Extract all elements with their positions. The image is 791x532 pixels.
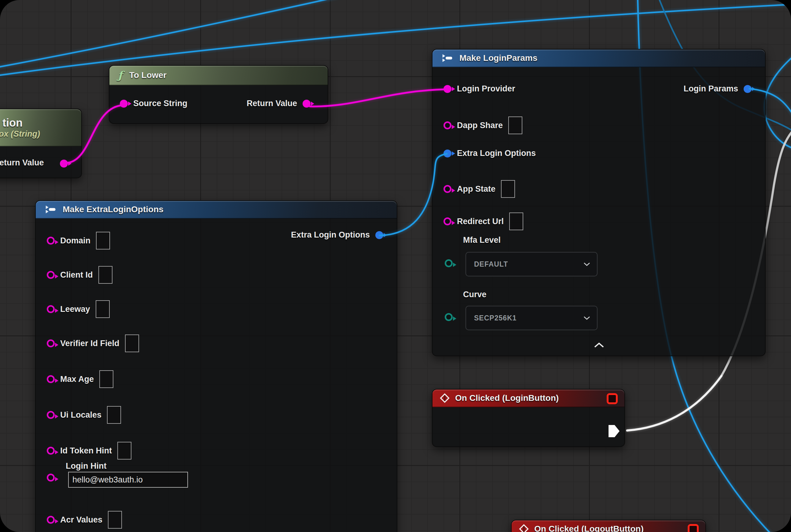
ui-locales-value-field[interactable] [107, 406, 121, 424]
login-params-out-label: Login Params [683, 84, 738, 94]
node-make-extra-login-options-title: Make ExtraLoginOptions [63, 205, 163, 214]
extra-login-options-out-label: Extra Login Options [291, 230, 370, 240]
pin-app-state[interactable] [443, 185, 451, 193]
wire-exec-from-loginbutton[interactable] [627, 376, 721, 431]
pin-id-token-hint[interactable] [47, 447, 55, 455]
app-state-label: App State [457, 184, 496, 194]
domain-label: Domain [60, 236, 91, 246]
verifier-id-field-value-field[interactable] [125, 335, 139, 352]
collapse-chevron-up-icon[interactable] [594, 342, 604, 348]
node-to-lower[interactable]: ƒ To Lower Source String Return Value [109, 65, 328, 124]
pin-extra-login-options-out[interactable] [375, 231, 383, 239]
node-partial-function-header[interactable]: tion ox (String) [0, 109, 81, 147]
domain-value-field[interactable] [96, 232, 110, 249]
node-on-clicked-login-button[interactable]: On Clicked (LoginButton) [432, 389, 625, 447]
mfa-level-value: DEFAULT [474, 260, 508, 268]
node-on-clicked-logout-button[interactable]: On Clicked (LogoutButton) [511, 520, 706, 532]
pin-extra-login-options-in[interactable] [443, 150, 451, 157]
id-token-hint-label: Id Token Hint [60, 446, 112, 456]
redirect-url-value-field[interactable] [509, 212, 523, 230]
node-on-clicked-logout-title: On Clicked (LogoutButton) [534, 524, 644, 532]
max-age-label: Max Age [60, 375, 94, 384]
event-icon [519, 524, 529, 532]
exec-pin-out[interactable] [609, 425, 619, 437]
node-partial-function[interactable]: tion ox (String) eturn Value [0, 109, 82, 178]
extra-login-options-in-label: Extra Login Options [457, 149, 536, 158]
pin-max-age[interactable] [47, 375, 55, 383]
acr-values-label: Acr Values [60, 515, 102, 525]
pin-source-string[interactable] [120, 100, 128, 108]
leeway-value-field[interactable] [96, 300, 110, 318]
curve-label: Curve [463, 290, 487, 299]
pin-login-provider[interactable] [443, 85, 451, 93]
pin-leeway[interactable] [47, 305, 55, 313]
node-make-login-params[interactable]: Make LoginParams Login Provider Dapp Sha… [432, 49, 766, 356]
curve-dropdown[interactable]: SECP256K1 [465, 306, 598, 330]
function-icon: ƒ [118, 69, 122, 81]
return-value-label: Return Value [247, 99, 297, 108]
wire-tolower-to-loginprovider[interactable] [310, 89, 446, 107]
max-age-value-field[interactable] [99, 370, 113, 388]
screenshot-frame: tion ox (String) eturn Value ƒ To Lower … [0, 0, 791, 532]
node-on-clicked-login-title: On Clicked (LoginButton) [455, 393, 559, 403]
pin-login-hint[interactable] [47, 474, 55, 481]
ui-locales-label: Ui Locales [60, 410, 101, 420]
pin-login-params-out[interactable] [744, 85, 752, 93]
node-partial-function-title: tion [2, 116, 23, 129]
node-partial-function-subtitle: ox (String) [0, 129, 40, 139]
wire-blue-diagonal-1[interactable] [0, 0, 351, 69]
node-to-lower-header[interactable]: ƒ To Lower [110, 66, 328, 85]
leeway-label: Leeway [60, 305, 90, 314]
pin-redirect-url[interactable] [443, 217, 451, 225]
event-icon [440, 393, 449, 403]
node-to-lower-title: To Lower [129, 70, 167, 80]
node-make-login-params-title: Make LoginParams [459, 53, 537, 63]
mfa-level-dropdown[interactable]: DEFAULT [465, 252, 598, 277]
pin-mfa-level[interactable] [445, 259, 453, 267]
mfa-level-label: Mfa Level [463, 235, 501, 245]
node-make-login-params-header[interactable]: Make LoginParams [432, 50, 765, 67]
redirect-url-label: Redirect Url [457, 217, 504, 226]
login-hint-label: Login Hint [66, 461, 107, 471]
blueprint-graph-canvas[interactable]: tion ox (String) eturn Value ƒ To Lower … [0, 0, 791, 532]
source-string-label: Source String [133, 99, 187, 108]
pin-acr-values[interactable] [47, 516, 55, 524]
chevron-down-icon [583, 316, 590, 320]
node-on-clicked-login-header[interactable]: On Clicked (LoginButton) [432, 390, 624, 407]
node-make-extra-login-options[interactable]: Make ExtraLoginOptions Domain Client Id … [35, 200, 397, 532]
pin-domain[interactable] [47, 236, 55, 245]
dapp-share-value-field[interactable] [508, 116, 522, 134]
pin-ui-locales[interactable] [47, 411, 55, 419]
node-make-extra-login-options-header[interactable]: Make ExtraLoginOptions [36, 201, 397, 218]
chevron-down-icon [583, 262, 590, 266]
pin-curve[interactable] [445, 313, 453, 321]
return-value-label: eturn Value [0, 158, 44, 168]
login-hint-input[interactable] [68, 472, 188, 488]
app-state-value-field[interactable] [501, 180, 515, 198]
make-struct-icon [441, 54, 453, 62]
pin-verifier-id-field[interactable] [47, 339, 55, 347]
wire-blue-edge-arc[interactable] [765, 52, 791, 150]
make-struct-icon [44, 205, 57, 214]
pin-client-id[interactable] [47, 271, 55, 279]
event-bind-icon[interactable] [688, 524, 699, 532]
client-id-label: Client Id [60, 270, 93, 280]
id-token-hint-value-field[interactable] [117, 442, 131, 459]
event-bind-icon[interactable] [607, 393, 618, 404]
pin-return-value[interactable] [303, 100, 310, 108]
dapp-share-label: Dapp Share [457, 121, 503, 130]
login-provider-label: Login Provider [457, 84, 515, 94]
curve-value: SECP256K1 [474, 314, 517, 322]
node-on-clicked-logout-header[interactable]: On Clicked (LogoutButton) [512, 520, 706, 532]
pin-return-value-partial[interactable] [60, 159, 68, 168]
verifier-id-field-label: Verifier Id Field [60, 339, 119, 348]
pin-dapp-share[interactable] [443, 121, 451, 129]
acr-values-value-field[interactable] [108, 511, 122, 529]
client-id-value-field[interactable] [98, 266, 113, 284]
